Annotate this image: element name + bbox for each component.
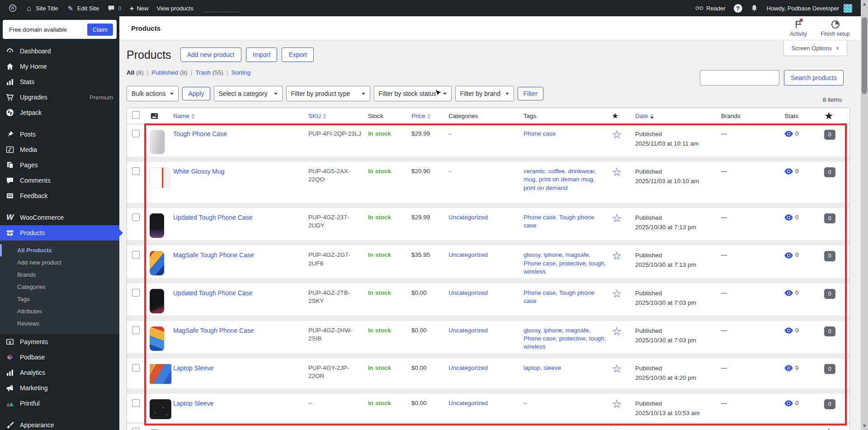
sidebar-item-printful[interactable]: Printful — [0, 396, 119, 411]
reader-link[interactable]: Reader — [691, 0, 730, 16]
apply-button[interactable]: Apply — [182, 87, 210, 100]
tag-links[interactable]: glossy, iphone, magsafe, Phone case, pro… — [524, 251, 606, 274]
activity-button[interactable]: Activity — [790, 19, 807, 37]
product-thumbnail[interactable] — [150, 130, 165, 154]
site-title-link[interactable]: ⌂ Site Title — [21, 0, 62, 16]
wordpress-logo[interactable]: W — [5, 0, 21, 16]
row-checkbox[interactable] — [132, 251, 140, 259]
view-products-link[interactable]: View products — [152, 0, 197, 16]
filter-select-0[interactable]: Bulk actions — [127, 86, 179, 101]
column-header-sku[interactable]: SKU — [308, 113, 368, 119]
row-checkbox[interactable] — [132, 364, 140, 372]
category-link[interactable]: Uncategorized — [448, 214, 488, 221]
checkbox[interactable] — [132, 428, 140, 430]
sidebar-item-upgrades[interactable]: UpgradesPremium — [0, 90, 119, 105]
new-menu[interactable]: + New — [126, 0, 153, 16]
sidebar-item-marketing[interactable]: Marketing — [0, 380, 119, 396]
submenu-item-all-products[interactable]: All Products — [0, 244, 119, 256]
filter-select-4[interactable]: Filter by brand — [455, 86, 514, 101]
view-link-published[interactable]: Published — [151, 69, 178, 76]
category-link[interactable]: Uncategorized — [448, 400, 488, 406]
sidebar-item-media[interactable]: Media — [0, 142, 119, 157]
submenu-item-brands[interactable]: Brands — [0, 269, 119, 281]
sidebar-item-pages[interactable]: Pages — [0, 157, 119, 173]
column-header-price[interactable]: Price — [411, 113, 448, 119]
sidebar-item-woocommerce[interactable]: WWooCommerce — [0, 210, 119, 225]
submenu-item-tags[interactable]: Tags — [0, 293, 119, 305]
product-thumbnail[interactable] — [150, 364, 171, 384]
column-header-date[interactable]: Date — [635, 113, 721, 119]
product-name-link[interactable]: MagSafe Tough Phone Case — [173, 251, 254, 259]
product-thumbnail[interactable] — [150, 167, 170, 188]
category-link[interactable]: Uncategorized — [448, 364, 488, 371]
view-link-all[interactable]: All — [127, 69, 134, 76]
scroll-up-arrow[interactable]: ▲ — [861, 0, 868, 8]
featured-star-toggle[interactable]: ☆ — [612, 212, 622, 224]
add-new-product-button[interactable]: Add new product — [180, 47, 241, 62]
sidebar-item-payments[interactable]: $Payments — [0, 334, 119, 350]
view-link-sorting[interactable]: Sorting — [231, 69, 250, 76]
sidebar-item-posts[interactable]: Posts — [0, 127, 119, 142]
help-button[interactable]: ? — [730, 0, 746, 16]
product-name-link[interactable]: Tough Phone Case — [173, 130, 227, 137]
sidebar-item-jetpack[interactable]: Jetpack — [0, 105, 119, 120]
checkbox[interactable] — [132, 111, 140, 119]
edit-site-link[interactable]: ✎ Edit Site — [62, 0, 103, 16]
sidebar-item-dashboard[interactable]: Dashboard — [0, 43, 119, 59]
tag-links[interactable]: laptop, sleeve — [524, 364, 561, 371]
search-products-button[interactable]: Search products — [784, 70, 844, 85]
submenu-item-reviews[interactable]: Reviews — [0, 317, 119, 330]
featured-star-toggle[interactable]: ☆ — [612, 287, 622, 300]
sidebar-item-appearance[interactable]: Appearance — [0, 417, 119, 430]
product-name-link[interactable]: Laptop Sleeve — [173, 364, 214, 372]
product-thumbnail[interactable] — [150, 251, 164, 275]
sidebar-item-feedback[interactable]: Feedback — [0, 188, 119, 203]
column-header-name[interactable]: Name — [173, 113, 308, 119]
row-checkbox[interactable] — [132, 130, 140, 137]
sidebar-item-my-home[interactable]: My Home — [0, 59, 119, 74]
product-name-link[interactable]: Laptop Sleeve — [173, 400, 214, 407]
featured-star-toggle[interactable]: ☆ — [612, 362, 622, 375]
featured-star-toggle[interactable]: ☆ — [612, 165, 622, 178]
import-button[interactable]: Import — [246, 47, 278, 62]
claim-button[interactable]: Claim — [87, 24, 113, 36]
product-thumbnail[interactable] — [150, 213, 164, 238]
search-input[interactable] — [700, 70, 779, 85]
row-checkbox[interactable] — [132, 167, 140, 175]
product-thumbnail[interactable] — [150, 399, 171, 419]
category-link[interactable]: Uncategorized — [448, 327, 488, 334]
sidebar-item-analytics[interactable]: Analytics — [0, 365, 119, 380]
product-name-link[interactable]: Updated Tough Phone Case — [173, 289, 253, 297]
product-name-link[interactable]: Updated Tough Phone Case — [173, 214, 253, 221]
product-thumbnail[interactable] — [150, 326, 164, 351]
sidebar-item-podbase[interactable]: Podbase — [0, 350, 119, 365]
scrollbar-thumb[interactable] — [862, 17, 867, 94]
row-checkbox[interactable] — [132, 399, 140, 407]
tag-links[interactable]: Phone case — [524, 130, 556, 137]
category-link[interactable]: Uncategorized — [448, 289, 488, 296]
select-all-checkbox[interactable] — [127, 111, 144, 121]
sidebar-item-comments[interactable]: Comments — [0, 173, 119, 188]
row-checkbox[interactable] — [132, 213, 140, 221]
submenu-item-attributes[interactable]: Attributes — [0, 305, 119, 317]
sidebar-item-stats[interactable]: Stats — [0, 74, 119, 90]
select-all-checkbox[interactable] — [127, 428, 144, 430]
product-thumbnail[interactable] — [150, 289, 164, 313]
featured-star-toggle[interactable]: ☆ — [612, 128, 622, 141]
submenu-item-add-new-product[interactable]: Add new product — [0, 256, 119, 269]
filter-select-1[interactable]: Select a category — [214, 86, 283, 101]
filter-button[interactable]: Filter — [518, 87, 543, 100]
tag-links[interactable]: glossy, iphone, magsafe, Phone case, pro… — [524, 327, 606, 350]
filter-select-2[interactable]: Filter by product type — [286, 86, 370, 101]
category-link[interactable]: Uncategorized — [448, 251, 488, 258]
row-checkbox[interactable] — [132, 326, 140, 334]
notifications-button[interactable] — [746, 0, 763, 16]
tag-links[interactable]: ceramic, coffee, drinkwear, mug, print o… — [524, 168, 596, 191]
filter-select-3[interactable]: Filter by stock status — [374, 86, 452, 101]
product-name-link[interactable]: White Glossy Mug — [173, 168, 225, 175]
tag-links[interactable]: Phone case, Tough phone case — [524, 289, 594, 304]
product-name-link[interactable]: MagSafe Tough Phone Case — [173, 327, 254, 334]
featured-star-toggle[interactable]: ☆ — [612, 397, 622, 410]
tag-links[interactable]: Phone case, Tough phone case — [524, 214, 594, 229]
screen-options-toggle[interactable]: Screen Options ▼ — [783, 41, 847, 56]
